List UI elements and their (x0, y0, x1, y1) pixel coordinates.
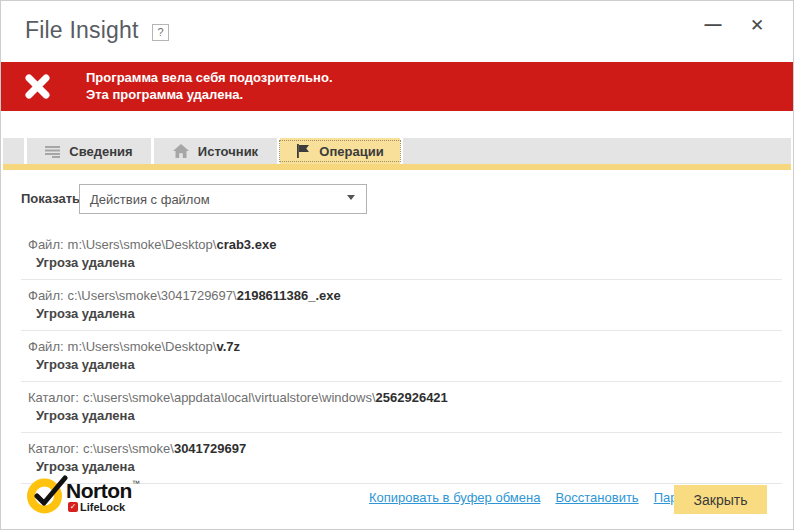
brand-name-text: Norton (66, 479, 132, 502)
filter-label: Показать (21, 191, 80, 206)
close-dialog-button[interactable]: Закрыть (674, 485, 767, 514)
entry-type: Каталог: (28, 390, 79, 405)
entry-type: Файл: (28, 237, 64, 252)
brand-sub-text: LifeLock (80, 501, 125, 513)
entry-path: m:\Users\smoke\Desktop\ (68, 339, 217, 354)
norton-logo: Norton™ ✓ LifeLock (27, 475, 177, 515)
list-item: Файл:m:\Users\smoke\Desktop\v.7z Угроза … (21, 331, 782, 382)
alert-line-1: Программа вела себя подозрительно. (86, 69, 333, 86)
close-button[interactable]: ✕ (745, 13, 769, 37)
filter-dropdown-value: Действия с файлом (90, 192, 210, 207)
entry-name: crab3.exe (216, 237, 276, 252)
file-insight-window: File Insight ? — ✕ Программа вела себя п… (0, 0, 794, 530)
entry-status: Угроза удалена (28, 458, 782, 475)
filter-dropdown[interactable]: Действия с файлом (79, 184, 367, 214)
entry-location: Каталог:c:\users\smoke\3041729697 (28, 440, 782, 457)
minimize-button[interactable]: — (701, 13, 725, 37)
entry-location: Файл:c:\Users\smoke\3041729697\219861138… (28, 287, 782, 304)
error-x-icon (24, 73, 51, 104)
alert-banner: Программа вела себя подозрительно. Эта п… (1, 62, 793, 111)
question-icon: ? (157, 26, 163, 38)
close-icon: ✕ (750, 15, 764, 36)
list-item: Файл:c:\Users\smoke\3041729697\219861138… (21, 280, 782, 331)
home-icon (173, 144, 189, 158)
footer-links: Копировать в буфер обмена Восстановить П… (369, 490, 723, 505)
page-title: File Insight (25, 17, 139, 44)
entry-status: Угроза удалена (28, 356, 782, 373)
tab-details[interactable]: Сведения (24, 138, 151, 164)
flag-icon (296, 144, 310, 158)
lifelock-icon: ✓ (68, 502, 78, 512)
entry-type: Файл: (28, 288, 64, 303)
entry-location: Файл:m:\Users\smoke\Desktop\v.7z (28, 338, 782, 355)
help-button[interactable]: ? (152, 24, 169, 41)
entry-location: Каталог:c:\users\smoke\appdata\local\vir… (28, 389, 782, 406)
chevron-down-icon (347, 195, 355, 200)
entry-path: c:\Users\smoke\3041729697\ (68, 288, 237, 303)
entry-name: v.7z (216, 339, 240, 354)
operations-list: Файл:m:\Users\smoke\Desktop\crab3.exe Уг… (21, 229, 782, 484)
tab-operations-label: Операции (319, 144, 383, 159)
link-copy-clipboard[interactable]: Копировать в буфер обмена (369, 490, 540, 505)
entry-status: Угроза удалена (28, 407, 782, 424)
tab-source[interactable]: Источник (151, 138, 277, 164)
entry-path: m:\Users\smoke\Desktop\ (68, 237, 217, 252)
tab-details-label: Сведения (69, 144, 132, 159)
minimize-icon: — (705, 15, 722, 35)
entry-type: Файл: (28, 339, 64, 354)
tab-bar: Сведения Источник Операции (3, 138, 791, 164)
list-item: Файл:m:\Users\smoke\Desktop\crab3.exe Уг… (21, 229, 782, 280)
window-controls: — ✕ (701, 13, 769, 37)
tab-accent-strip (3, 164, 791, 170)
entry-location: Файл:m:\Users\smoke\Desktop\crab3.exe (28, 236, 782, 253)
brand-tm: ™ (132, 479, 140, 488)
entry-type: Каталог: (28, 441, 79, 456)
brand-name: Norton™ (66, 479, 139, 503)
entry-status: Угроза удалена (28, 305, 782, 322)
link-restore[interactable]: Восстановить (555, 490, 638, 505)
entry-status: Угроза удалена (28, 254, 782, 271)
norton-check-icon (27, 475, 69, 519)
alert-message: Программа вела себя подозрительно. Эта п… (86, 69, 333, 103)
alert-line-2: Эта программа удалена. (86, 86, 333, 103)
entry-name: 2198611386_.exe (237, 288, 341, 303)
entry-name: 3041729697 (174, 441, 246, 456)
entry-name: 2562926421 (376, 390, 448, 405)
tab-source-label: Источник (198, 144, 258, 159)
entry-path: c:\users\smoke\ (83, 441, 174, 456)
titlebar: File Insight ? — ✕ (1, 1, 793, 62)
entry-path: c:\users\smoke\appdata\local\virtualstor… (83, 390, 376, 405)
tab-operations[interactable]: Операции (277, 138, 403, 164)
brand-sub: ✓ LifeLock (68, 501, 125, 513)
list-item: Каталог:c:\users\smoke\appdata\local\vir… (21, 382, 782, 433)
list-icon (45, 145, 60, 158)
